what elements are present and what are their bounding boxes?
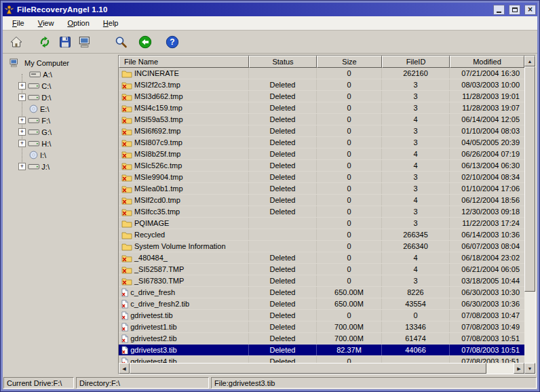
file-name-cell: gdrivetest3.tib (119, 345, 249, 355)
tree-item-label: G:\ (41, 128, 52, 136)
file-name-cell: MSIe9904.tmp (119, 172, 249, 182)
size-cell: 700.00M (317, 333, 382, 344)
vertical-scroll-track[interactable] (524, 66, 535, 363)
column-header-fileid[interactable]: FileID (382, 56, 450, 68)
scroll-left-button[interactable]: ◀ (119, 363, 130, 374)
table-row[interactable]: gdrivetest3.tibDeleted82.37M4406607/08/2… (119, 345, 524, 356)
fileid-cell: 3 (382, 183, 450, 194)
toolbar-computer-button[interactable] (76, 33, 95, 52)
vertical-scrollbar[interactable]: ▲ ▼ (524, 56, 535, 374)
file-name-cell: _SI52587.TMP (119, 264, 249, 275)
fileid-cell: 44066 (382, 345, 450, 355)
table-row[interactable]: _SI52587.TMPDeleted0406/21/2004 06:05 (119, 264, 524, 275)
table-row[interactable]: _480484_Deleted0406/18/2004 23:02 (119, 252, 524, 264)
table-row[interactable]: gdrivetest.tibDeleted0007/08/2003 10:47 (119, 310, 524, 321)
table-row[interactable]: MSI8b25f.tmpDeleted0406/26/2004 07:19 (119, 149, 524, 160)
menu-item-help[interactable]: Help (96, 17, 126, 29)
toolbar-search-button[interactable] (111, 33, 130, 52)
status-cell: Deleted (249, 333, 317, 344)
title-bar[interactable]: FileRecoveryAngel 1.10 × (3, 3, 537, 16)
column-header-status[interactable]: Status (249, 56, 317, 68)
size-cell: 0 (317, 125, 382, 136)
menu-item-view[interactable]: View (31, 17, 61, 29)
tree-item-label: I:\ (40, 151, 46, 159)
file-name-cell: MSI3d662.tmp (119, 91, 249, 102)
file-name-cell: gdrivetest2.tib (119, 333, 249, 344)
modified-cell: 11/28/2003 19:07 (450, 102, 524, 113)
toolbar-recover-button[interactable] (35, 33, 54, 52)
table-row[interactable]: MSI4c159.tmpDeleted0311/28/2003 19:07 (119, 102, 524, 114)
file-name-text: MSIe9904.tmp (134, 173, 183, 181)
close-button[interactable]: × (524, 5, 536, 15)
fileid-cell: 3 (382, 91, 450, 102)
table-row[interactable]: c_drive_freshDeleted650.00M822606/30/200… (119, 287, 524, 298)
size-cell: 0 (317, 149, 382, 159)
column-header-size[interactable]: Size (317, 56, 382, 68)
toolbar-save-button[interactable] (56, 33, 75, 52)
toolbar-back-button[interactable] (136, 33, 155, 52)
scroll-down-button[interactable]: ▼ (524, 363, 535, 374)
horizontal-scrollbar[interactable]: ◀ ▶ (119, 363, 524, 374)
menu-item-option[interactable]: Option (60, 17, 96, 29)
scroll-right-button[interactable]: ▶ (514, 363, 524, 374)
minimize-button[interactable] (493, 5, 505, 15)
status-cell: Deleted (249, 206, 317, 217)
vertical-scroll-thumb[interactable] (524, 66, 535, 292)
expand-plus-icon[interactable]: + (18, 117, 26, 124)
table-row[interactable]: MSI3d662.tmpDeleted0311/28/2003 19:01 (119, 91, 524, 102)
tree-item-my-computer[interactable]: My Computer (4, 57, 118, 68)
file-name-text: gdrivetest3.tib (130, 346, 176, 354)
table-row[interactable]: MSIc526c.tmpDeleted0406/13/2004 06:30 (119, 160, 524, 172)
file-name-cell: c_drive_fresh2.tib (119, 298, 249, 309)
table-row[interactable]: MSIe9904.tmpDeleted0302/10/2004 08:34 (119, 172, 524, 183)
search-icon (114, 35, 128, 49)
file-name-cell: gdrivetest1.tib (119, 321, 249, 332)
status-cell: Deleted (249, 356, 317, 363)
table-row[interactable]: gdrivetest4.tibDeleted007/08/2003 10:51 (119, 356, 524, 363)
tree-indent (18, 105, 27, 113)
fileid-cell: 3 (382, 125, 450, 136)
table-row[interactable]: gdrivetest1.tibDeleted700.00M1334607/08/… (119, 321, 524, 333)
toolbar-help-button[interactable]: ? (163, 33, 182, 52)
tree-item-drive-j[interactable]: +J:\ (4, 161, 118, 172)
table-row[interactable]: PQIMAGE0311/22/2003 17:24 (119, 218, 524, 229)
file-name-text: PQIMAGE (134, 219, 169, 227)
table-row[interactable]: MSIf2cd0.tmpDeleted0406/12/2004 18:56 (119, 195, 524, 206)
file-name-cell: gdrivetest.tib (119, 310, 249, 321)
folder-deleted-icon (121, 150, 132, 159)
table-row[interactable]: c_drive_fresh2.tibDeleted650.00M4355406/… (119, 298, 524, 310)
table-row[interactable]: MSIea0b1.tmpDeleted0301/10/2004 17:06 (119, 183, 524, 195)
fileid-cell: 266340 (382, 241, 450, 252)
table-row[interactable]: MSI807c9.tmpDeleted0304/05/2005 20:39 (119, 137, 524, 149)
table-row[interactable]: _SI67830.TMPDeleted0303/18/2005 10:44 (119, 275, 524, 287)
expand-plus-icon[interactable]: + (18, 163, 26, 170)
toolbar-home-button[interactable] (7, 33, 26, 52)
table-row[interactable]: gdrivetest2.tibDeleted700.00M6147407/08/… (119, 333, 524, 345)
scroll-up-button[interactable]: ▲ (524, 56, 535, 66)
horizontal-scroll-thumb[interactable] (130, 363, 486, 374)
expand-plus-icon[interactable]: + (18, 82, 26, 90)
expand-plus-icon[interactable]: + (18, 128, 26, 136)
table-row[interactable]: MSI2f2c3.tmpDeleted0308/03/2003 10:00 (119, 79, 524, 91)
table-row[interactable]: MSI59a53.tmpDeleted0406/14/2004 12:05 (119, 114, 524, 125)
table-row[interactable]: Recycled026634506/14/2003 10:36 (119, 229, 524, 241)
table-row[interactable]: MSIfcc35.tmpDeleted0312/30/2003 09:18 (119, 206, 524, 218)
menu-item-file[interactable]: File (5, 17, 31, 29)
modified-cell: 07/08/2003 10:47 (450, 310, 524, 321)
file-name-cell: MSIfcc35.tmp (119, 206, 249, 217)
maximize-button[interactable] (509, 5, 520, 15)
expand-plus-icon[interactable]: + (18, 140, 26, 147)
fileid-cell: 3 (382, 172, 450, 182)
size-cell: 0 (317, 79, 382, 90)
column-header-modified[interactable]: Modified (450, 56, 524, 68)
table-row[interactable]: INCINERATE026216007/21/2004 16:30 (119, 68, 524, 79)
status-cell: Deleted (249, 91, 317, 102)
table-row[interactable]: System Volume Information026634006/07/20… (119, 241, 524, 252)
file-name-text: MSI59a53.tmp (134, 115, 183, 123)
table-row[interactable]: MSI6f692.tmpDeleted0301/10/2004 08:03 (119, 125, 524, 137)
expand-plus-icon[interactable]: + (18, 94, 26, 101)
drive-tree: My ComputerA:\+C:\+D:\E:\+F:\+G:\+H:\I:\… (4, 55, 118, 374)
horizontal-scroll-track[interactable] (130, 363, 514, 374)
column-header-file-name[interactable]: File Name (119, 56, 249, 68)
modified-cell: 06/12/2004 18:56 (450, 195, 524, 205)
